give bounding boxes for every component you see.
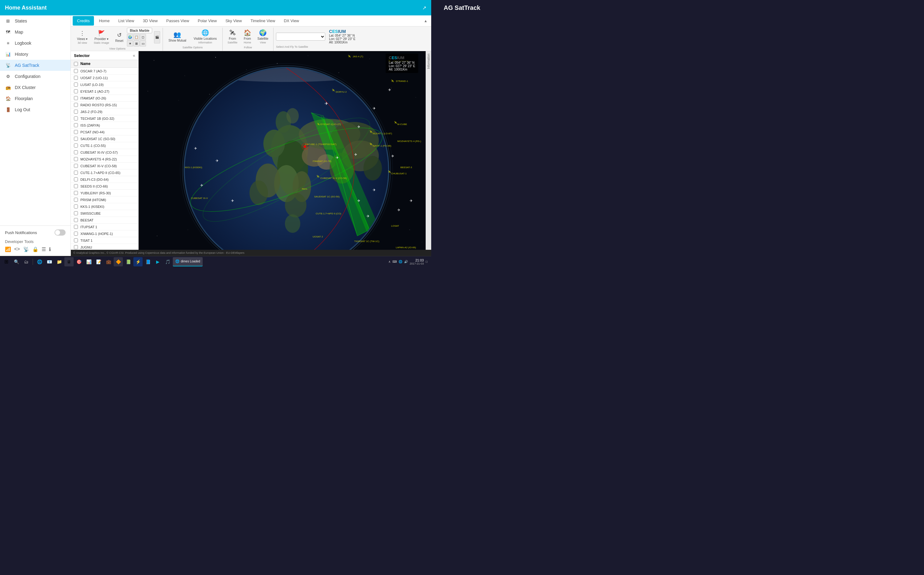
dev-list-icon[interactable]: ☰ [41, 246, 46, 252]
taskbar-network[interactable]: 🌐 [398, 260, 402, 263]
list-item[interactable]: UOSAT 2 (UO-11) [71, 75, 138, 81]
dev-wifi-icon[interactable]: 📶 [5, 246, 11, 252]
visible-locations-button[interactable]: 🌐 Visible Locations Information [191, 28, 220, 45]
sidebar-item-dx-cluster[interactable]: 📻 DX Cluster [0, 82, 70, 93]
list-item[interactable]: XIWANG-1 (HOPE-1) [71, 230, 138, 237]
list-item[interactable]: ITUPSAT 1 [71, 224, 138, 230]
list-item[interactable]: BEESAT [71, 217, 138, 224]
list-item[interactable]: SAUDISAT 1C (SO-50) [71, 135, 138, 142]
dev-info-icon[interactable]: ℹ [49, 246, 51, 252]
satellite-checkbox[interactable] [74, 123, 78, 127]
taskbar-volume[interactable]: 🔊 [404, 260, 408, 263]
satellite-checkbox[interactable] [74, 89, 78, 93]
satellite-checkbox[interactable] [74, 157, 78, 161]
sidebar-item-history[interactable]: 📊 History [0, 49, 70, 60]
sidebar-item-configuration[interactable]: ⚙ Configuration [0, 71, 70, 82]
flat-icon-btn[interactable]: ▭ [140, 40, 146, 46]
satellite-checkbox[interactable] [74, 110, 78, 114]
taskbar-notif[interactable]: □ [425, 260, 427, 263]
sidebar-item-ag-sattrack[interactable]: 📡 AG SatTrack [0, 60, 70, 71]
satellite-checkbox[interactable] [74, 232, 78, 236]
video-icon-btn[interactable]: 🎬 [154, 31, 160, 43]
dev-broadcast-icon[interactable]: 📡 [23, 246, 29, 252]
cube-icon-btn[interactable]: ◻ [140, 34, 146, 40]
taskbar-app10[interactable]: ▶ [153, 257, 162, 267]
satellite-checkbox[interactable] [74, 137, 78, 141]
satellite-checkbox[interactable] [74, 130, 78, 134]
satellite-checkbox[interactable] [74, 245, 78, 249]
sidebar-item-logbook[interactable]: ≡ Logbook [0, 38, 70, 49]
satellite-checkbox[interactable] [74, 205, 78, 208]
tab-credits[interactable]: Credits [73, 16, 94, 25]
taskbar-chevron[interactable]: ∧ [388, 260, 391, 263]
reset-button[interactable]: ↺ Reset [113, 30, 125, 44]
satellite-checkbox[interactable] [74, 238, 78, 242]
tab-dx-view[interactable]: DX View [279, 16, 303, 25]
list-item[interactable]: LUSAT (LO-19) [71, 81, 138, 88]
tab-list-view[interactable]: List View [114, 16, 138, 25]
tab-sky-view[interactable]: Sky View [221, 16, 246, 25]
grid-icon-btn[interactable]: ⊞ [133, 40, 140, 46]
list-item[interactable]: SEEDS II (CO-66) [71, 183, 138, 190]
views-button[interactable]: ⋮ Views ▾ 3d view [75, 29, 90, 46]
sidebar-item-states[interactable]: ⊞ States [0, 15, 70, 27]
satellite-checkbox[interactable] [74, 218, 78, 222]
tab-3d-view[interactable]: 3D View [138, 16, 162, 25]
list-item[interactable]: CUBESAT XI-V (CO-58) [71, 163, 138, 169]
list-item[interactable]: ITAMSAT (IO-26) [71, 95, 138, 102]
satellite-checkbox[interactable] [74, 76, 78, 80]
layers-icon-btn[interactable]: 📋 [133, 34, 140, 40]
list-item[interactable]: YUBILEINY (RS-30) [71, 190, 138, 197]
list-item[interactable]: JAS-2 (FO-29) [71, 108, 138, 115]
globe-icon-btn[interactable]: 🌍 [127, 34, 133, 40]
tab-home[interactable]: Home [95, 16, 114, 25]
taskbar-app2[interactable]: 🎯 [74, 257, 84, 267]
provider-button[interactable]: 🚩 Provider ▾ Static Image [91, 29, 111, 46]
taskbar-app1[interactable]: 🖥 [64, 257, 74, 267]
push-notifications-toggle[interactable] [54, 229, 66, 236]
taskbar-app6[interactable]: 🔶 [114, 257, 123, 267]
satellite-checkbox[interactable] [74, 116, 78, 121]
select-all-checkbox[interactable] [74, 62, 78, 66]
start-button[interactable]: ⊞ [1, 257, 11, 267]
list-item[interactable]: PRISM (HITOMI) [71, 197, 138, 203]
taskbar-app5[interactable]: 💼 [104, 257, 113, 267]
satellite-checkbox[interactable] [74, 211, 78, 215]
list-item[interactable]: PCSAT (NO-44) [71, 129, 138, 135]
list-item[interactable]: CUTE-1.7+APD II (CO-65) [71, 169, 138, 176]
satellite-checkbox[interactable] [74, 177, 78, 181]
list-item[interactable]: RADIO ROSTO (RS-15) [71, 102, 138, 108]
satellite-checkbox[interactable] [74, 164, 78, 168]
satellite-checkbox[interactable] [74, 103, 78, 107]
list-item[interactable]: DELFI-C3 (DO-64) [71, 176, 138, 183]
list-item[interactable]: TISAT 1 [71, 237, 138, 244]
satellite-checkbox[interactable] [74, 96, 78, 100]
dev-code-icon[interactable]: <> [14, 246, 20, 252]
satellite-checkbox[interactable] [74, 225, 78, 229]
taskbar-app3[interactable]: 📊 [84, 257, 93, 267]
from-home-button[interactable]: 🏠 From Home [241, 28, 254, 45]
list-item[interactable]: TECHSAT 1B (GO-32) [71, 115, 138, 122]
list-item[interactable]: JUGNU [71, 244, 138, 250]
search-taskbar[interactable]: 🔍 [12, 257, 21, 267]
sidebar-item-log-out[interactable]: 🚪 Log Out [0, 104, 70, 115]
satellite-view-button[interactable]: 🌍 Satellite View [255, 28, 271, 45]
sidebar-item-map[interactable]: 🗺 Map [0, 27, 70, 38]
taskbar-active[interactable]: 🌐 dimes Loaded [173, 257, 203, 267]
task-view[interactable]: 🗂 [22, 257, 31, 267]
taskbar-app4[interactable]: 📝 [94, 257, 103, 267]
list-item[interactable]: CUTE-1 (CO-55) [71, 142, 138, 149]
list-item[interactable]: ISS (ZARYA) [71, 122, 138, 129]
list-item[interactable]: KKS-1 (KISEKI) [71, 203, 138, 210]
tab-polar-view[interactable]: Polar View [194, 16, 221, 25]
satellite-checkbox[interactable] [74, 143, 78, 148]
list-item[interactable]: SWISSCUBE [71, 210, 138, 217]
taskbar-file[interactable]: 📁 [54, 257, 64, 267]
satellite-checkbox[interactable] [74, 191, 78, 195]
satellite-checkbox[interactable] [74, 150, 78, 154]
taskbar-app9[interactable]: 📘 [143, 257, 152, 267]
show-mutual-button[interactable]: 👥 Show Mutual [165, 30, 189, 43]
list-item[interactable]: EYESAT-1 (AO-27) [71, 88, 138, 95]
collapse-icon[interactable]: ▲ [421, 17, 430, 24]
satellite-checkbox[interactable] [74, 69, 78, 73]
